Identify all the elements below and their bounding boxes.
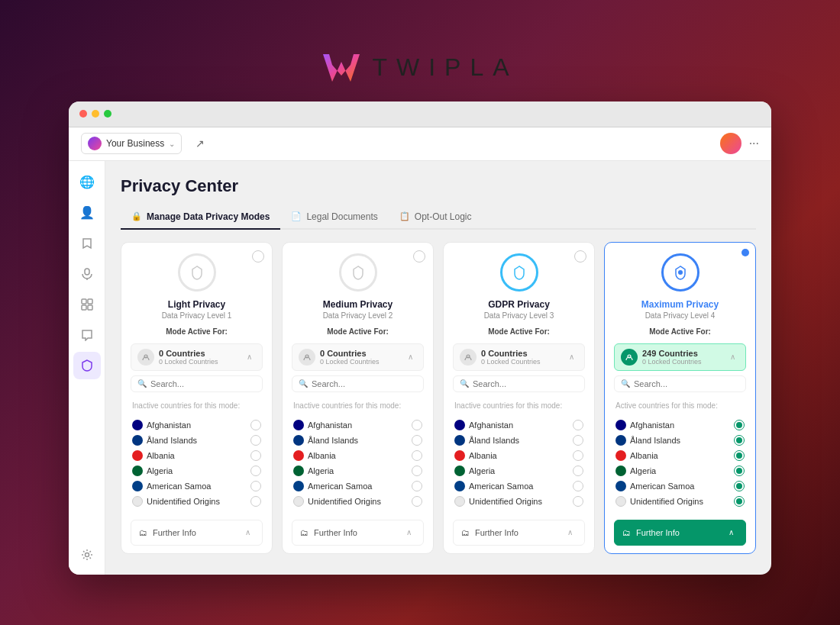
country-radio[interactable] xyxy=(573,496,583,507)
country-radio[interactable] xyxy=(250,466,261,476)
maximize-dot[interactable] xyxy=(104,110,111,118)
list-item: Åland Islands xyxy=(453,433,585,448)
minimize-dot[interactable] xyxy=(92,110,99,118)
sidebar-item-users[interactable]: 👤 xyxy=(73,199,101,227)
flag xyxy=(293,420,304,430)
card-maximum-privacy: Maximum Privacy Data Privacy Level 4 Mod… xyxy=(604,242,756,554)
flag xyxy=(615,420,626,430)
nav-more-button[interactable]: ··· xyxy=(749,137,759,150)
chevron-up-gdpr[interactable]: ∧ xyxy=(564,350,578,364)
country-icon-medium xyxy=(299,349,315,366)
search-box-medium[interactable]: 🔍 xyxy=(292,375,424,392)
further-chevron-max[interactable]: ∧ xyxy=(724,526,738,540)
country-name: Afghanistan xyxy=(293,420,352,430)
country-radio[interactable] xyxy=(573,435,583,446)
app-body: 🌐 👤 xyxy=(69,127,771,575)
country-radio[interactable] xyxy=(250,481,261,491)
card-select-radio-light[interactable] xyxy=(252,250,264,263)
country-radio[interactable] xyxy=(412,420,422,430)
country-radio[interactable] xyxy=(412,466,422,476)
country-radio-checked[interactable] xyxy=(734,435,745,446)
search-input-max[interactable] xyxy=(634,379,739,388)
country-radio[interactable] xyxy=(412,481,422,491)
flag xyxy=(615,466,626,476)
country-name: Albania xyxy=(132,450,175,461)
sidebar-item-settings[interactable] xyxy=(73,541,101,569)
sidebar-item-globe[interactable]: 🌐 xyxy=(73,169,101,196)
search-input-gdpr[interactable] xyxy=(473,379,578,388)
chevron-up-medium[interactable]: ∧ xyxy=(403,350,417,364)
tab-optout[interactable]: 📋 Opt-Out Logic xyxy=(389,205,483,230)
chevron-up-max[interactable]: ∧ xyxy=(725,350,739,364)
close-dot[interactable] xyxy=(79,110,87,118)
country-radio[interactable] xyxy=(250,450,261,461)
further-info-medium[interactable]: 🗂 Further Info ∧ xyxy=(292,520,424,546)
external-link-icon[interactable]: ↗ xyxy=(189,133,211,154)
tab-legal[interactable]: 📄 Legal Documents xyxy=(280,205,388,230)
chevron-up-light[interactable]: ∧ xyxy=(242,350,256,364)
country-name: Åland Islands xyxy=(293,435,358,446)
flag xyxy=(615,496,626,507)
country-radio-checked[interactable] xyxy=(734,450,745,461)
search-box-light[interactable]: 🔍 xyxy=(131,375,263,392)
flag xyxy=(293,435,304,446)
svg-rect-4 xyxy=(88,299,92,304)
card-select-radio-gdpr[interactable] xyxy=(574,250,586,263)
search-box-gdpr[interactable]: 🔍 xyxy=(453,375,585,392)
country-radio[interactable] xyxy=(412,450,422,461)
country-radio-checked[interactable] xyxy=(734,420,745,430)
country-radio[interactable] xyxy=(573,450,583,461)
flag xyxy=(454,481,465,491)
tab-optout-label: Opt-Out Logic xyxy=(415,211,472,222)
active-indicator-dot xyxy=(741,249,749,256)
country-radio[interactable] xyxy=(412,496,422,507)
country-radio[interactable] xyxy=(573,481,583,491)
folder-icon-white: 🗂 xyxy=(622,528,631,537)
svg-point-11 xyxy=(678,270,683,275)
tab-manage-privacy[interactable]: 🔒 Manage Data Privacy Modes xyxy=(121,205,280,230)
country-radio[interactable] xyxy=(250,420,261,430)
list-item: Unidentified Origins xyxy=(453,494,585,509)
country-radio-checked[interactable] xyxy=(734,466,745,476)
country-radio[interactable] xyxy=(412,435,422,446)
country-radio-checked[interactable] xyxy=(734,481,745,491)
further-chevron-medium[interactable]: ∧ xyxy=(402,526,415,540)
country-name: Unidentified Origins xyxy=(454,496,542,507)
further-chevron-gdpr[interactable]: ∧ xyxy=(563,526,577,540)
search-input-light[interactable] xyxy=(150,379,256,388)
country-radio-checked[interactable] xyxy=(734,496,745,507)
search-input-medium[interactable] xyxy=(312,379,417,388)
further-info-gdpr[interactable]: 🗂 Further Info ∧ xyxy=(453,520,585,546)
sidebar-item-shield[interactable] xyxy=(73,352,101,379)
sidebar-item-grid[interactable] xyxy=(73,291,101,318)
countries-info-gdpr: 0 Countries 0 Locked Countries xyxy=(460,349,541,366)
list-item: American Samoa xyxy=(453,478,585,494)
further-info-light[interactable]: 🗂 Further Info ∧ xyxy=(131,520,263,546)
country-radio[interactable] xyxy=(250,496,261,507)
further-info-max[interactable]: 🗂 Further Info ∧ xyxy=(614,520,746,546)
card-select-radio-medium[interactable] xyxy=(413,250,425,263)
further-info-text-light: Further Info xyxy=(153,528,196,537)
country-radio[interactable] xyxy=(573,466,583,476)
locked-gdpr: 0 Locked Countries xyxy=(481,358,541,366)
business-selector[interactable]: Your Business ⌄ xyxy=(81,133,182,154)
svg-marker-0 xyxy=(323,54,360,82)
country-radio[interactable] xyxy=(250,435,261,446)
list-item: Albania xyxy=(453,448,585,463)
search-icon-gdpr: 🔍 xyxy=(460,379,469,388)
card-icon-wrap-gdpr xyxy=(453,253,585,292)
search-box-max[interactable]: 🔍 xyxy=(614,375,746,392)
further-chevron-light[interactable]: ∧ xyxy=(241,526,254,540)
section-label-gdpr: Inactive countries for this mode: xyxy=(454,401,585,410)
search-icon-max: 🔍 xyxy=(621,379,630,388)
sidebar-item-bookmark[interactable] xyxy=(73,230,101,257)
country-radio[interactable] xyxy=(573,420,583,430)
sidebar-item-mic[interactable] xyxy=(73,260,101,288)
top-nav: Your Business ⌄ ↗ ··· xyxy=(69,127,771,161)
avatar[interactable] xyxy=(720,133,741,154)
countries-count-text-gdpr: 0 Countries 0 Locked Countries xyxy=(481,349,541,366)
country-icon-max xyxy=(621,349,638,366)
country-name: Albania xyxy=(454,450,497,461)
sidebar-item-chat[interactable] xyxy=(73,321,101,349)
card-name-gdpr: GDPR Privacy xyxy=(453,299,585,310)
